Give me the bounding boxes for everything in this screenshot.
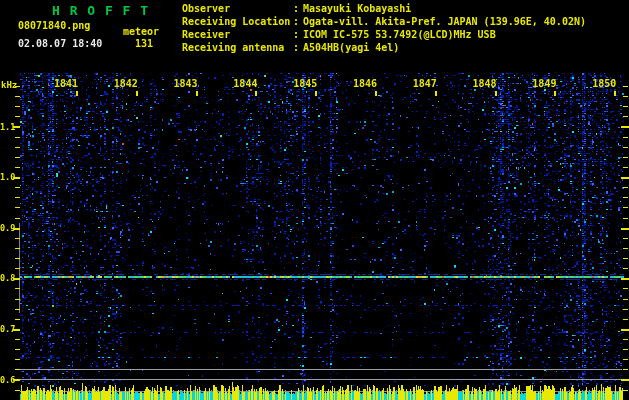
info-value: Ogata-vill. Akita-Pref. JAPAN (139.96E, …: [303, 16, 586, 27]
meteor-count: 131: [135, 38, 153, 50]
info-value: Masayuki Kobayashi: [303, 3, 411, 14]
app-title: H R O F F T: [52, 3, 149, 18]
info-label: Observer: [182, 2, 293, 15]
y-axis-tick-label: 0.9: [0, 223, 13, 233]
info-label: Receiving Location: [182, 15, 293, 28]
station-info-row: Receiving Location:Ogata-vill. Akita-Pre…: [182, 15, 586, 28]
info-value: A504HB(yagi 4el): [303, 42, 399, 53]
y-axis-tick-label: 0.8: [0, 273, 13, 283]
capture-filename: 08071840.png: [18, 20, 90, 32]
x-axis-tick-label: 1849: [529, 78, 559, 89]
x-axis-tick-label: 1846: [350, 78, 380, 89]
info-label: Receiving antenna: [182, 41, 293, 54]
x-axis-tick-label: 1844: [230, 78, 260, 89]
y-axis-unit-label: kHz: [1, 80, 17, 90]
info-value: ICOM IC-575 53.7492(@LCD)MHz USB: [303, 29, 496, 40]
info-separator: :: [293, 41, 303, 54]
y-axis-tick-label: 1.1: [0, 122, 13, 132]
station-info: Observer:Masayuki KobayashiReceiving Loc…: [182, 2, 586, 54]
y-axis-tick-label: 1.0: [0, 172, 13, 182]
x-axis-tick-label: 1847: [410, 78, 440, 89]
y-axis-tick-label: 0.7: [0, 324, 13, 334]
spectrogram-canvas: [0, 0, 629, 400]
observation-mode-label: meteor: [123, 26, 159, 38]
info-separator: :: [293, 2, 303, 15]
x-axis-tick-label: 1845: [290, 78, 320, 89]
x-axis-tick-label: 1842: [111, 78, 141, 89]
x-axis-tick-label: 1848: [470, 78, 500, 89]
station-info-row: Receiver:ICOM IC-575 53.7492(@LCD)MHz US…: [182, 28, 586, 41]
y-axis-tick-label: 0.6: [0, 375, 13, 385]
capture-datetime: 02.08.07 18:40: [18, 38, 102, 50]
x-axis-tick-label: 1850: [589, 78, 619, 89]
hrofft-spectrogram-screen: H R O F F T 08071840.png meteor 02.08.07…: [0, 0, 629, 400]
info-label: Receiver: [182, 28, 293, 41]
station-info-row: Observer:Masayuki Kobayashi: [182, 2, 586, 15]
info-separator: :: [293, 15, 303, 28]
x-axis-tick-label: 1843: [171, 78, 201, 89]
info-separator: :: [293, 28, 303, 41]
station-info-row: Receiving antenna:A504HB(yagi 4el): [182, 41, 586, 54]
x-axis-tick-label: 1841: [51, 78, 81, 89]
